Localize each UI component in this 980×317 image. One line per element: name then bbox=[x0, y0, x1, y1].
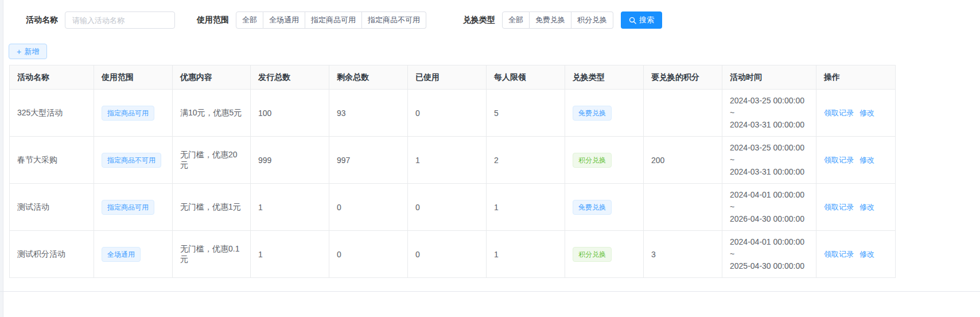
cell-activity-name: 测试积分活动 bbox=[10, 231, 94, 278]
cell-remaining-total: 0 bbox=[329, 184, 408, 231]
search-icon bbox=[629, 17, 636, 24]
cell-used: 0 bbox=[408, 231, 487, 278]
exchange-type-option-free[interactable]: 免费兑换 bbox=[530, 11, 571, 29]
cell-discount: 无门槛，优惠20元 bbox=[173, 137, 251, 184]
column-header-usage-scope: 使用范围 bbox=[94, 65, 173, 90]
cell-actions: 领取记录修改 bbox=[816, 90, 896, 137]
add-button[interactable]: + 新增 bbox=[9, 44, 47, 59]
cell-points-required bbox=[644, 184, 722, 231]
usage-scope-option-specified-usable[interactable]: 指定商品可用 bbox=[305, 11, 362, 29]
time-separator: ~ bbox=[730, 107, 808, 119]
cell-usage-scope: 指定商品可用 bbox=[94, 90, 173, 137]
table-header-row: 活动名称 使用范围 优惠内容 发行总数 剩余总数 已使用 每人限领 兑换类型 要… bbox=[10, 65, 896, 90]
cell-remaining-total: 93 bbox=[329, 90, 408, 137]
cell-discount: 无门槛，优惠0.1元 bbox=[173, 231, 251, 278]
content-bottom-divider bbox=[0, 291, 980, 292]
column-header-used: 已使用 bbox=[408, 65, 487, 90]
time-separator: ~ bbox=[730, 248, 808, 260]
search-button[interactable]: 搜索 bbox=[621, 11, 662, 29]
cell-issued-total: 1 bbox=[251, 231, 329, 278]
filter-bar: 活动名称 使用范围 全部 全场通用 指定商品可用 指定商品不可用 兑换类型 全部… bbox=[26, 11, 662, 29]
activity-table: 活动名称 使用范围 优惠内容 发行总数 剩余总数 已使用 每人限领 兑换类型 要… bbox=[9, 65, 896, 278]
table-row: 测试活动 指定商品可用 无门槛，优惠1元 1 0 0 1 免费兑换 2024-0… bbox=[10, 184, 896, 231]
exchange-type-option-all[interactable]: 全部 bbox=[502, 11, 530, 29]
cell-per-person-limit: 1 bbox=[487, 184, 565, 231]
claim-records-link[interactable]: 领取记录 bbox=[824, 156, 854, 164]
exchange-type-button-group: 全部 免费兑换 积分兑换 bbox=[502, 11, 613, 29]
time-end: 2024-03-31 00:00:00 bbox=[730, 119, 808, 131]
time-start: 2024-04-01 00:00:00 bbox=[730, 236, 808, 248]
cell-usage-scope: 指定商品不可用 bbox=[94, 137, 173, 184]
table-row: 测试积分活动 全场通用 无门槛，优惠0.1元 1 0 0 1 积分兑换 3 20… bbox=[10, 231, 896, 278]
column-header-issued-total: 发行总数 bbox=[251, 65, 329, 90]
edit-link[interactable]: 修改 bbox=[860, 156, 874, 164]
cell-activity-name: 春节大采购 bbox=[10, 137, 94, 184]
claim-records-link[interactable]: 领取记录 bbox=[824, 250, 854, 258]
column-header-remaining-total: 剩余总数 bbox=[329, 65, 408, 90]
cell-activity-name: 325大型活动 bbox=[10, 90, 94, 137]
cell-discount: 满10元，优惠5元 bbox=[173, 90, 251, 137]
time-separator: ~ bbox=[730, 154, 808, 166]
time-start: 2024-03-25 00:00:00 bbox=[730, 95, 808, 107]
exchange-type-label: 兑换类型 bbox=[463, 15, 495, 25]
page-left-gutter bbox=[0, 0, 3, 317]
cell-used: 1 bbox=[408, 137, 487, 184]
cell-exchange-type: 积分兑换 bbox=[565, 137, 644, 184]
usage-scope-option-specified-unusable[interactable]: 指定商品不可用 bbox=[362, 11, 426, 29]
time-start: 2024-04-01 00:00:00 bbox=[730, 189, 808, 201]
usage-scope-tag: 指定商品不可用 bbox=[102, 153, 161, 168]
time-end: 2024-03-31 00:00:00 bbox=[730, 166, 808, 178]
usage-scope-button-group: 全部 全场通用 指定商品可用 指定商品不可用 bbox=[236, 11, 426, 29]
activity-name-filter: 活动名称 bbox=[26, 11, 175, 29]
cell-remaining-total: 0 bbox=[329, 231, 408, 278]
cell-usage-scope: 全场通用 bbox=[94, 231, 173, 278]
activity-name-input[interactable] bbox=[65, 11, 175, 29]
column-header-points-required: 要兑换的积分 bbox=[644, 65, 722, 90]
column-header-activity-time: 活动时间 bbox=[722, 65, 816, 90]
usage-scope-tag: 全场通用 bbox=[102, 247, 141, 262]
cell-points-required: 200 bbox=[644, 137, 722, 184]
cell-used: 0 bbox=[408, 90, 487, 137]
edit-link[interactable]: 修改 bbox=[860, 203, 874, 211]
column-header-actions: 操作 bbox=[816, 65, 896, 90]
cell-points-required bbox=[644, 90, 722, 137]
usage-scope-filter: 使用范围 全部 全场通用 指定商品可用 指定商品不可用 bbox=[197, 11, 426, 29]
cell-exchange-type: 免费兑换 bbox=[565, 90, 644, 137]
exchange-type-option-points[interactable]: 积分兑换 bbox=[571, 11, 613, 29]
exchange-type-filter: 兑换类型 全部 免费兑换 积分兑换 bbox=[463, 11, 613, 29]
cell-actions: 领取记录修改 bbox=[816, 184, 896, 231]
table-header: 活动名称 使用范围 优惠内容 发行总数 剩余总数 已使用 每人限领 兑换类型 要… bbox=[10, 65, 896, 90]
cell-activity-time: 2024-03-25 00:00:00 ~ 2024-03-31 00:00:0… bbox=[722, 90, 816, 137]
time-end: 2025-04-30 00:00:00 bbox=[730, 260, 808, 272]
cell-exchange-type: 免费兑换 bbox=[565, 184, 644, 231]
cell-activity-name: 测试活动 bbox=[10, 184, 94, 231]
cell-discount: 无门槛，优惠1元 bbox=[173, 184, 251, 231]
cell-actions: 领取记录修改 bbox=[816, 137, 896, 184]
cell-activity-time: 2024-04-01 00:00:00 ~ 2025-04-30 00:00:0… bbox=[722, 231, 816, 278]
search-button-label: 搜索 bbox=[639, 15, 654, 25]
exchange-type-tag: 积分兑换 bbox=[573, 247, 612, 262]
usage-scope-tag: 指定商品可用 bbox=[102, 106, 154, 121]
claim-records-link[interactable]: 领取记录 bbox=[824, 203, 854, 211]
add-button-label: 新增 bbox=[24, 47, 39, 57]
usage-scope-option-universal[interactable]: 全场通用 bbox=[263, 11, 305, 29]
cell-exchange-type: 积分兑换 bbox=[565, 231, 644, 278]
edit-link[interactable]: 修改 bbox=[860, 250, 874, 258]
cell-actions: 领取记录修改 bbox=[816, 231, 896, 278]
table-row: 春节大采购 指定商品不可用 无门槛，优惠20元 999 997 1 2 积分兑换… bbox=[10, 137, 896, 184]
exchange-type-tag: 免费兑换 bbox=[573, 200, 612, 215]
time-separator: ~ bbox=[730, 201, 808, 213]
table-body: 325大型活动 指定商品可用 满10元，优惠5元 100 93 0 5 免费兑换… bbox=[10, 90, 896, 278]
cell-remaining-total: 997 bbox=[329, 137, 408, 184]
usage-scope-option-all[interactable]: 全部 bbox=[236, 11, 263, 29]
claim-records-link[interactable]: 领取记录 bbox=[824, 109, 854, 117]
cell-issued-total: 1 bbox=[251, 184, 329, 231]
exchange-type-tag: 积分兑换 bbox=[573, 153, 612, 168]
cell-activity-time: 2024-04-01 00:00:00 ~ 2026-04-30 00:00:0… bbox=[722, 184, 816, 231]
column-header-activity-name: 活动名称 bbox=[10, 65, 94, 90]
cell-used: 0 bbox=[408, 184, 487, 231]
cell-activity-time: 2024-03-25 00:00:00 ~ 2024-03-31 00:00:0… bbox=[722, 137, 816, 184]
edit-link[interactable]: 修改 bbox=[860, 109, 874, 117]
table-row: 325大型活动 指定商品可用 满10元，优惠5元 100 93 0 5 免费兑换… bbox=[10, 90, 896, 137]
cell-usage-scope: 指定商品可用 bbox=[94, 184, 173, 231]
